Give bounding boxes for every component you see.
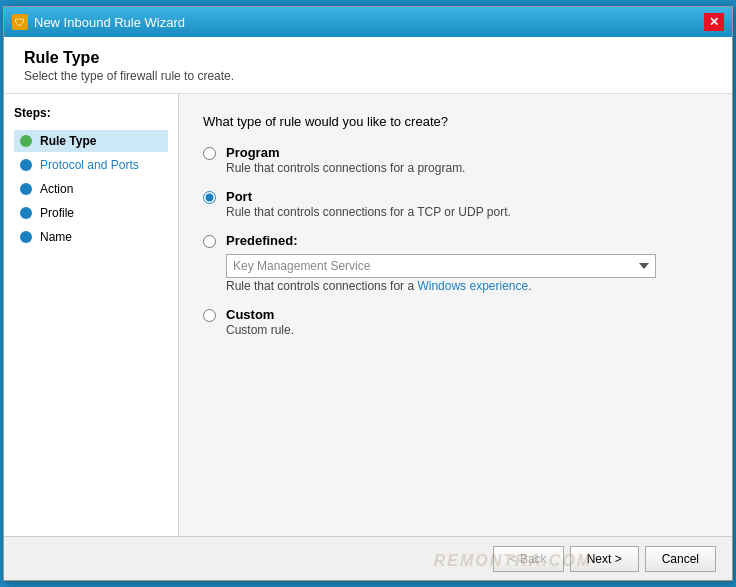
step-dot-rule-type: [20, 135, 32, 147]
radio-port[interactable]: [203, 191, 216, 204]
option-custom-label[interactable]: Custom: [226, 307, 294, 322]
step-dot-action: [20, 183, 32, 195]
cancel-button[interactable]: Cancel: [645, 546, 716, 572]
step-label-name: Name: [40, 230, 72, 244]
option-predefined: Predefined: Key Management Service Rule …: [203, 233, 708, 293]
option-program-text: Program Rule that controls connections f…: [226, 145, 465, 175]
predefined-dropdown-container: Key Management Service: [226, 254, 656, 278]
content-area: Steps: Rule Type Protocol and Ports Acti…: [4, 94, 732, 536]
step-dot-protocol-ports: [20, 159, 32, 171]
option-predefined-label[interactable]: Predefined:: [226, 233, 656, 248]
windows-experience-link: Windows experience: [417, 279, 528, 293]
sidebar-item-rule-type[interactable]: Rule Type: [14, 130, 168, 152]
option-group: Program Rule that controls connections f…: [203, 145, 708, 337]
left-panel: Steps: Rule Type Protocol and Ports Acti…: [4, 94, 179, 536]
radio-predefined[interactable]: [203, 235, 216, 248]
option-custom: Custom Custom rule.: [203, 307, 708, 337]
main-question: What type of rule would you like to crea…: [203, 114, 708, 129]
bottom-bar: REMONTRA.COM < Back Next > Cancel: [4, 536, 732, 580]
option-program-label[interactable]: Program: [226, 145, 465, 160]
step-label-rule-type: Rule Type: [40, 134, 96, 148]
step-label-action: Action: [40, 182, 73, 196]
step-label-profile: Profile: [40, 206, 74, 220]
back-button[interactable]: < Back: [493, 546, 564, 572]
radio-program[interactable]: [203, 147, 216, 160]
page-description: Select the type of firewall rule to crea…: [24, 69, 712, 83]
sidebar-item-action[interactable]: Action: [14, 178, 168, 200]
predefined-select[interactable]: Key Management Service: [226, 254, 656, 278]
radio-custom[interactable]: [203, 309, 216, 322]
option-port-label[interactable]: Port: [226, 189, 511, 204]
page-header: Rule Type Select the type of firewall ru…: [4, 37, 732, 94]
window-title: New Inbound Rule Wizard: [34, 15, 185, 30]
option-port-text: Port Rule that controls connections for …: [226, 189, 511, 219]
option-custom-desc: Custom rule.: [226, 323, 294, 337]
option-predefined-text: Predefined: Key Management Service Rule …: [226, 233, 656, 293]
title-bar: 🛡 New Inbound Rule Wizard ✕: [4, 7, 732, 37]
window-icon: 🛡: [12, 14, 28, 30]
step-dot-name: [20, 231, 32, 243]
option-program-desc: Rule that controls connections for a pro…: [226, 161, 465, 175]
option-predefined-desc: Rule that controls connections for a Win…: [226, 279, 656, 293]
steps-label: Steps:: [14, 106, 168, 120]
sidebar-item-name[interactable]: Name: [14, 226, 168, 248]
title-bar-left: 🛡 New Inbound Rule Wizard: [12, 14, 185, 30]
step-label-protocol-ports: Protocol and Ports: [40, 158, 139, 172]
option-port-desc: Rule that controls connections for a TCP…: [226, 205, 511, 219]
wizard-window: 🛡 New Inbound Rule Wizard ✕ Rule Type Se…: [3, 6, 733, 581]
sidebar-item-protocol-ports[interactable]: Protocol and Ports: [14, 154, 168, 176]
page-title: Rule Type: [24, 49, 712, 67]
next-button[interactable]: Next >: [570, 546, 639, 572]
option-port: Port Rule that controls connections for …: [203, 189, 708, 219]
sidebar-item-profile[interactable]: Profile: [14, 202, 168, 224]
step-dot-profile: [20, 207, 32, 219]
option-program: Program Rule that controls connections f…: [203, 145, 708, 175]
close-button[interactable]: ✕: [704, 13, 724, 31]
option-custom-text: Custom Custom rule.: [226, 307, 294, 337]
right-panel: What type of rule would you like to crea…: [179, 94, 732, 536]
